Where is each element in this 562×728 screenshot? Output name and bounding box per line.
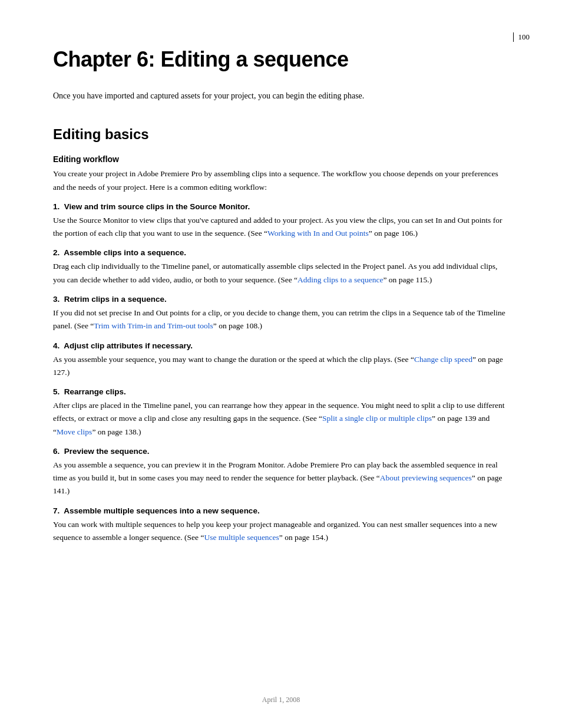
step-2-body: Drag each clip individually to the Timel… — [53, 260, 509, 286]
step-6-body: As you assemble a sequence, you can prev… — [53, 459, 509, 498]
step-7-title: 7. Assemble multiple sequences into a ne… — [53, 506, 509, 515]
step-5-body: After clips are placed in the Timeline p… — [53, 399, 509, 439]
page-number: 100 — [513, 32, 530, 42]
footer: April 1, 2008 — [0, 696, 562, 704]
step-5-title: 5. Rearrange clips. — [53, 387, 509, 396]
step-2-link[interactable]: Adding clips to a sequence — [297, 275, 383, 284]
step-3-link[interactable]: Trim with Trim-in and Trim-out tools — [94, 321, 213, 330]
step-3-body: If you did not set precise In and Out po… — [53, 307, 509, 333]
step-7: 7. Assemble multiple sequences into a ne… — [53, 506, 509, 545]
editing-workflow-intro: You create your project in Adobe Premier… — [53, 167, 509, 194]
step-3-title: 3. Retrim clips in a sequence. — [53, 295, 509, 304]
step-5-link1[interactable]: Split a single clip or multiple clips — [322, 414, 432, 423]
step-2: 2. Assemble clips into a sequence. Drag … — [53, 248, 509, 286]
step-5-link2[interactable]: Move clips — [57, 427, 92, 436]
step-6-title: 6. Preview the sequence. — [53, 447, 509, 456]
step-4: 4. Adjust clip attributes if necessary. … — [53, 341, 509, 380]
step-6-link[interactable]: About previewing sequences — [380, 473, 472, 482]
step-4-link[interactable]: Change clip speed — [414, 355, 472, 364]
step-3: 3. Retrim clips in a sequence. If you di… — [53, 295, 509, 333]
editing-workflow-title: Editing workflow — [53, 154, 509, 164]
step-6: 6. Preview the sequence. As you assemble… — [53, 447, 509, 498]
chapter-intro: Once you have imported and captured asse… — [53, 90, 509, 103]
editing-basics-section: Editing basics Editing workflow You crea… — [53, 126, 509, 544]
step-5: 5. Rearrange clips. After clips are plac… — [53, 387, 509, 439]
footer-date: April 1, 2008 — [262, 696, 300, 704]
step-1-body: Use the Source Monitor to view clips tha… — [53, 214, 509, 241]
step-1-link[interactable]: Working with In and Out points — [267, 229, 369, 238]
editing-workflow-section: Editing workflow You create your project… — [53, 154, 509, 544]
step-7-link[interactable]: Use multiple sequences — [204, 533, 279, 542]
editing-basics-title: Editing basics — [53, 126, 509, 143]
page-container: 100 Chapter 6: Editing a sequence Once y… — [0, 0, 562, 728]
step-1-title: 1. View and trim source clips in the Sou… — [53, 202, 509, 211]
step-4-title: 4. Adjust clip attributes if necessary. — [53, 341, 509, 350]
step-7-body: You can work with multiple sequences to … — [53, 518, 509, 545]
chapter-title: Chapter 6: Editing a sequence — [53, 47, 509, 72]
step-1: 1. View and trim source clips in the Sou… — [53, 202, 509, 241]
step-4-body: As you assemble your sequence, you may w… — [53, 353, 509, 380]
step-2-title: 2. Assemble clips into a sequence. — [53, 248, 509, 257]
